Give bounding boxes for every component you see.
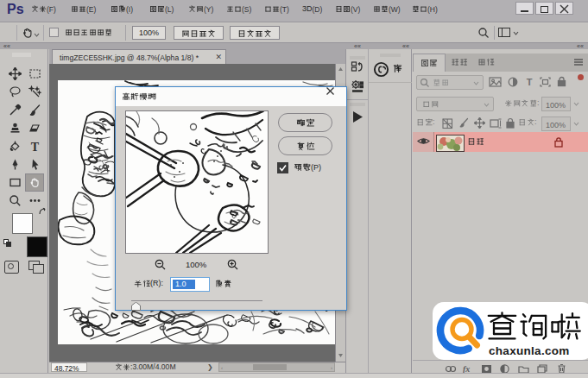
- svg-text:T: T: [31, 141, 40, 154]
- svg-text:fx: fx: [463, 364, 470, 373]
- svg-text:T: T: [527, 77, 533, 87]
